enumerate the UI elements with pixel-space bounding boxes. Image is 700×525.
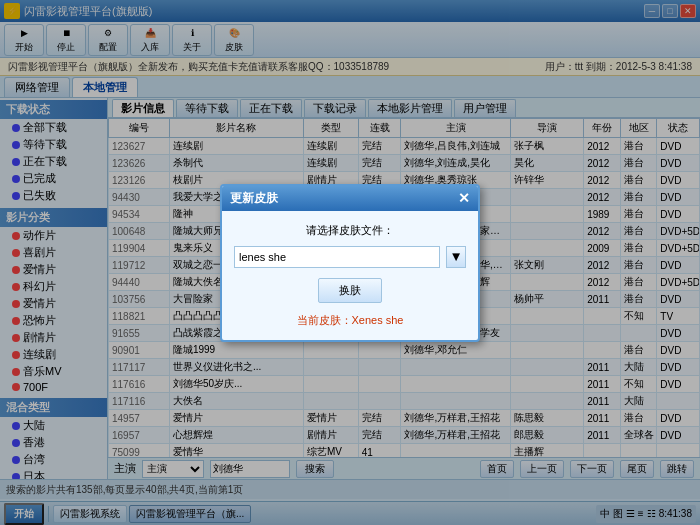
current-skin-label: 当前皮肤：Xenes she <box>234 313 466 328</box>
skin-browse-button[interactable]: ▼ <box>446 246 466 268</box>
skin-update-modal: 更新皮肤 ✕ 请选择皮肤文件： ▼ 换肤 当前皮肤：Xenes she <box>220 184 480 342</box>
modal-label: 请选择皮肤文件： <box>234 223 466 238</box>
skin-apply-button[interactable]: 换肤 <box>318 278 382 303</box>
modal-body: 请选择皮肤文件： ▼ 换肤 当前皮肤：Xenes she <box>222 211 478 340</box>
modal-title-bar: 更新皮肤 ✕ <box>222 186 478 211</box>
modal-overlay: 更新皮肤 ✕ 请选择皮肤文件： ▼ 换肤 当前皮肤：Xenes she <box>0 0 700 525</box>
skin-file-input[interactable] <box>234 246 440 268</box>
modal-close-button[interactable]: ✕ <box>458 190 470 206</box>
modal-input-row: ▼ <box>234 246 466 268</box>
modal-title-text: 更新皮肤 <box>230 190 278 207</box>
